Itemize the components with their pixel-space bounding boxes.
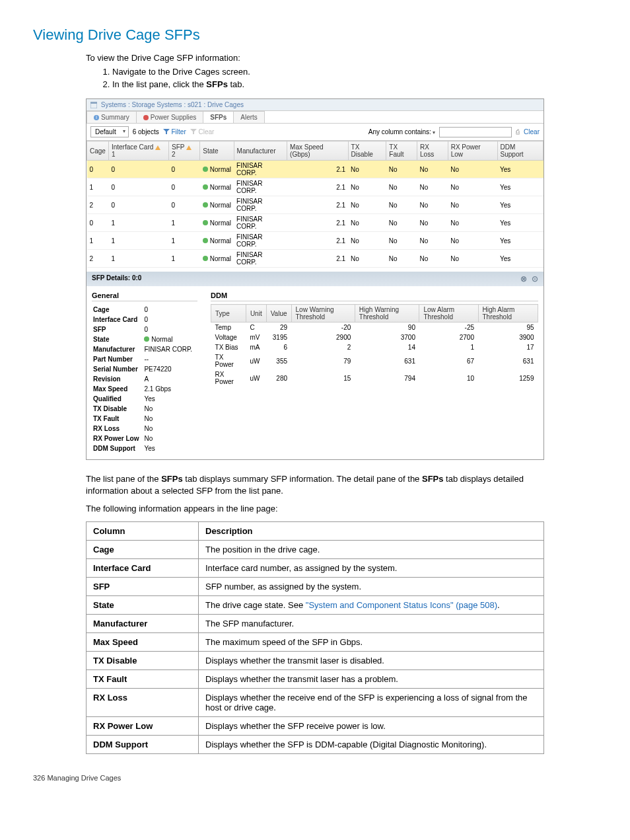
- desc-row: Interface CardInterface card number, as …: [87, 559, 544, 578]
- details-body: General Cage0Interface Card0SFP0State No…: [87, 286, 543, 459]
- ddm-row: RX PoweruW28015794101259: [211, 369, 538, 387]
- alert-icon: [143, 115, 149, 120]
- filter-icon: [163, 129, 170, 134]
- tab-power-supplies[interactable]: Power Supplies: [136, 111, 203, 123]
- table-row[interactable]: 011NormalFINISAR CORP.2.1NoNoNoNoYes: [87, 214, 543, 232]
- step-2: In the list pane, click the SFPs tab.: [112, 79, 597, 89]
- svg-rect-1: [90, 102, 97, 104]
- tab-alerts[interactable]: Alerts: [233, 111, 265, 123]
- desc-row: ManufacturerThe SFP manufacturer.: [87, 615, 544, 633]
- ddm-col-header[interactable]: Value: [266, 305, 291, 323]
- details-header: SFP Details: 0:0 ⊗ ⊙: [87, 272, 543, 286]
- table-row[interactable]: 211NormalFINISAR CORP.2.1NoNoNoNoYes: [87, 250, 543, 268]
- ddm-col-header[interactable]: Unit: [246, 305, 266, 323]
- cross-ref-link[interactable]: "System and Component Status Icons" (pag…: [306, 600, 497, 610]
- col-interface-card[interactable]: Interface Card 1: [108, 141, 168, 161]
- col-cage[interactable]: Cage: [87, 141, 109, 161]
- following-info-para: The following information appears in the…: [86, 503, 544, 515]
- summary-para: The list pane of the SFPs tab displays s…: [86, 473, 544, 496]
- table-row[interactable]: 200NormalFINISAR CORP.2.1NoNoNoNoYes: [87, 196, 543, 214]
- tabs-row: iSummary Power Supplies SFPs Alerts: [87, 111, 543, 124]
- collapse-down-icon[interactable]: ⊙: [532, 274, 538, 284]
- ddm-row: TX PoweruW3557963167631: [211, 352, 538, 369]
- clear-filter-icon: [190, 129, 197, 134]
- desc-row: TX DisableDisplays whether the transmit …: [87, 652, 544, 670]
- status-icon: [203, 220, 208, 225]
- status-icon: [203, 202, 208, 208]
- general-row: Max Speed2.1 Gbps: [93, 385, 196, 393]
- page-heading: Viewing Drive Cage SFPs: [33, 26, 597, 44]
- desc-row: DDM SupportDisplays whether the SFP is D…: [87, 736, 544, 754]
- filter-bar: Default 6 objects Filter Clear Any colum…: [87, 124, 543, 141]
- general-row: TX DisableNo: [93, 404, 196, 413]
- export-icon[interactable]: ⎙: [516, 128, 520, 135]
- table-row[interactable]: 111NormalFINISAR CORP.2.1NoNoNoNoYes: [87, 232, 543, 250]
- ddm-col-header[interactable]: Type: [211, 305, 246, 323]
- breadcrumb: Systems : Storage Systems : s021 : Drive…: [87, 99, 543, 111]
- general-row: DDM SupportYes: [93, 444, 196, 453]
- general-row: Cage0: [93, 305, 196, 314]
- ddm-row: TX BiasmA6214117: [211, 342, 538, 352]
- general-row: Serial NumberPE74220: [93, 365, 196, 373]
- col-tx-fault[interactable]: TX Fault: [386, 141, 417, 161]
- desc-row: RX LossDisplays whether the receive end …: [87, 689, 544, 717]
- col-max-speed[interactable]: Max Speed (Gbps): [287, 141, 349, 161]
- col-rx-power-low[interactable]: RX Power Low: [448, 141, 497, 161]
- desc-row: SFPSFP number, as assigned by the system…: [87, 578, 544, 596]
- tab-sfps[interactable]: SFPs: [203, 111, 234, 123]
- info-icon: i: [94, 115, 99, 120]
- window-icon: [90, 102, 97, 108]
- col-state[interactable]: State: [200, 141, 234, 161]
- desc-row: Max SpeedThe maximum speed of the SFP in…: [87, 633, 544, 652]
- collapse-up-icon[interactable]: ⊗: [520, 274, 527, 284]
- col-tx-disable[interactable]: TX Disable: [348, 141, 386, 161]
- ddm-row: TempC29-2090-2595: [211, 323, 538, 333]
- general-title: General: [92, 291, 197, 301]
- general-row: RX LossNo: [93, 424, 196, 433]
- ddm-row: VoltagemV31952900370027003900: [211, 332, 538, 342]
- sort-icon: [186, 145, 192, 150]
- table-row[interactable]: 100NormalFINISAR CORP.2.1NoNoNoNoYes: [87, 178, 543, 196]
- desc-row: TX FaultDisplays whether the transmit la…: [87, 670, 544, 689]
- general-row: TX FaultNo: [93, 414, 196, 423]
- clear-link[interactable]: Clear: [524, 128, 540, 135]
- view-dropdown[interactable]: Default: [90, 126, 129, 137]
- sfp-list-table: Cage Interface Card 1 SFP 2 State Manufa…: [87, 141, 543, 268]
- ddm-col-header[interactable]: Low Warning Threshold: [291, 305, 355, 323]
- step-1: Navigate to the Drive Cages screen.: [112, 67, 597, 77]
- status-icon: [144, 336, 149, 342]
- general-row: RX Power LowNo: [93, 434, 196, 443]
- col-rx-loss[interactable]: RX Loss: [417, 141, 448, 161]
- general-panel: General Cage0Interface Card0SFP0State No…: [92, 291, 197, 454]
- general-row: SFP0: [93, 325, 196, 334]
- table-row[interactable]: 000NormalFINISAR CORP.2.1NoNoNoNoYes: [87, 161, 543, 178]
- filter-link[interactable]: Filter: [163, 128, 186, 135]
- column-description-table: Column Description CageThe position in t…: [86, 521, 544, 754]
- desc-row: StateThe drive cage state. See "System a…: [87, 596, 544, 615]
- object-count: 6 objects: [133, 128, 159, 135]
- general-row: Interface Card0: [93, 315, 196, 324]
- ddm-col-header[interactable]: High Warning Threshold: [355, 305, 419, 323]
- filter-input[interactable]: [439, 127, 512, 137]
- steps-list: Navigate to the Drive Cages screen. In t…: [112, 67, 597, 89]
- desc-row: CageThe position in the drive cage.: [87, 541, 544, 559]
- ddm-panel: DDM TypeUnitValueLow Warning ThresholdHi…: [211, 291, 538, 454]
- sort-icon: [155, 145, 160, 150]
- table-header: Cage Interface Card 1 SFP 2 State Manufa…: [87, 141, 543, 161]
- col-manufacturer[interactable]: Manufacturer: [234, 141, 287, 161]
- col-ddm-support[interactable]: DDM Support: [497, 141, 543, 161]
- col-header-description: Description: [199, 522, 544, 541]
- intro-text: To view the Drive Cage SFP information:: [86, 53, 597, 63]
- page-footer: 326 Managing Drive Cages: [33, 774, 597, 782]
- general-row: State Normal: [93, 335, 196, 344]
- general-row: RevisionA: [93, 375, 196, 383]
- general-row: QualifiedYes: [93, 395, 196, 403]
- ddm-col-header[interactable]: High Alarm Threshold: [478, 305, 538, 323]
- tab-summary[interactable]: iSummary: [87, 111, 137, 123]
- screenshot-panel: Systems : Storage Systems : s021 : Drive…: [86, 98, 544, 460]
- ddm-col-header[interactable]: Low Alarm Threshold: [419, 305, 478, 323]
- any-column-label[interactable]: Any column contains:: [368, 128, 435, 135]
- col-header-column: Column: [87, 522, 199, 541]
- col-sfp[interactable]: SFP 2: [169, 141, 200, 161]
- status-icon: [203, 167, 208, 172]
